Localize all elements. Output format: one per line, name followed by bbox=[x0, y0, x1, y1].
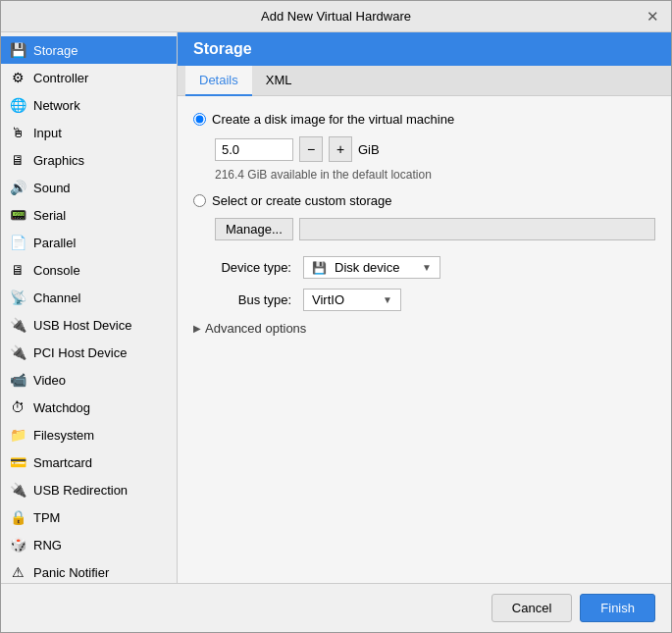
sidebar-item-storage[interactable]: 💾 Storage bbox=[1, 36, 177, 64]
filesystem-icon: 📁 bbox=[9, 426, 26, 444]
video-icon: 📹 bbox=[9, 371, 26, 389]
panic-notifier-icon: ⚠ bbox=[9, 563, 26, 581]
usb-host-device-icon: 🔌 bbox=[9, 316, 26, 334]
available-text: 216.4 GiB available in the default locat… bbox=[215, 168, 655, 182]
create-disk-label[interactable]: Create a disk image for the virtual mach… bbox=[212, 112, 454, 127]
pci-host-device-icon: 🔌 bbox=[9, 343, 26, 361]
watchdog-icon: ⏱ bbox=[9, 398, 26, 416]
tabs-bar: Details XML bbox=[178, 66, 671, 96]
sidebar-item-usb-host-device[interactable]: 🔌 USB Host Device bbox=[1, 311, 177, 339]
sidebar-item-pci-host-device[interactable]: 🔌 PCI Host Device bbox=[1, 339, 177, 366]
sidebar-item-label: Video bbox=[33, 373, 66, 388]
manage-button[interactable]: Manage... bbox=[215, 218, 293, 240]
sidebar-item-label: Channel bbox=[33, 290, 80, 305]
sidebar-item-controller[interactable]: ⚙ Controller bbox=[1, 64, 177, 91]
sidebar-item-video[interactable]: 📹 Video bbox=[1, 366, 177, 394]
sidebar-item-label: Serial bbox=[33, 208, 66, 223]
bus-type-dropdown[interactable]: VirtIO ▼ bbox=[303, 289, 401, 311]
sound-icon: 🔊 bbox=[9, 179, 26, 196]
rng-icon: 🎲 bbox=[9, 536, 26, 554]
bus-type-row: Bus type: VirtIO ▼ bbox=[193, 289, 655, 311]
disk-size-row: − + GiB bbox=[215, 136, 655, 162]
sidebar-item-label: Input bbox=[33, 126, 62, 140]
sidebar-item-label: Network bbox=[33, 98, 80, 113]
sidebar-item-tpm[interactable]: 🔒 TPM bbox=[1, 503, 177, 531]
tab-details[interactable]: Details bbox=[185, 66, 252, 96]
sidebar-item-rng[interactable]: 🎲 RNG bbox=[1, 531, 177, 558]
sidebar-item-label: Controller bbox=[33, 71, 88, 85]
channel-icon: 📡 bbox=[9, 289, 26, 306]
network-icon: 🌐 bbox=[9, 96, 26, 114]
close-button[interactable]: ✕ bbox=[644, 8, 661, 26]
tab-xml[interactable]: XML bbox=[252, 66, 306, 96]
sidebar-item-sound[interactable]: 🔊 Sound bbox=[1, 174, 177, 201]
sidebar-item-label: Filesystem bbox=[33, 428, 94, 443]
content-area: Create a disk image for the virtual mach… bbox=[178, 96, 671, 583]
custom-storage-radio[interactable] bbox=[193, 194, 206, 207]
disk-size-input[interactable] bbox=[215, 138, 293, 161]
custom-storage-label[interactable]: Select or create custom storage bbox=[212, 193, 392, 208]
sidebar-item-label: TPM bbox=[33, 510, 60, 525]
sidebar-item-label: USB Redirection bbox=[33, 483, 128, 498]
sidebar-item-watchdog[interactable]: ⏱ Watchdog bbox=[1, 394, 177, 421]
storage-icon: 💾 bbox=[9, 41, 26, 59]
sidebar-item-console[interactable]: 🖥 Console bbox=[1, 256, 177, 284]
sidebar-item-label: USB Host Device bbox=[33, 318, 131, 333]
manage-path-input[interactable] bbox=[299, 218, 655, 240]
sidebar-item-panic-notifier[interactable]: ⚠ Panic Notifier bbox=[1, 558, 177, 583]
usb-redirection-icon: 🔌 bbox=[9, 481, 26, 499]
titlebar: Add New Virtual Hardware ✕ bbox=[1, 1, 671, 32]
sidebar-item-label: Graphics bbox=[33, 153, 84, 168]
sidebar-item-input[interactable]: 🖱 Input bbox=[1, 119, 177, 146]
cancel-button[interactable]: Cancel bbox=[491, 594, 572, 622]
device-type-value: Disk device bbox=[335, 260, 399, 275]
bus-type-value: VirtIO bbox=[312, 292, 344, 307]
smartcard-icon: 💳 bbox=[9, 453, 26, 471]
disk-unit: GiB bbox=[358, 142, 380, 157]
controller-icon: ⚙ bbox=[9, 69, 26, 86]
create-disk-radio-row: Create a disk image for the virtual mach… bbox=[193, 112, 655, 127]
advanced-options-label: Advanced options bbox=[205, 321, 306, 336]
device-type-dropdown[interactable]: 💾 Disk device ▼ bbox=[303, 256, 440, 279]
sidebar-item-channel[interactable]: 📡 Channel bbox=[1, 284, 177, 311]
dialog-footer: Cancel Finish bbox=[1, 583, 671, 632]
sidebar-item-filesystem[interactable]: 📁 Filesystem bbox=[1, 421, 177, 448]
serial-icon: 📟 bbox=[9, 206, 26, 224]
device-type-row: Device type: 💾 Disk device ▼ bbox=[193, 256, 655, 279]
sidebar-item-smartcard[interactable]: 💳 Smartcard bbox=[1, 448, 177, 476]
sidebar-item-serial[interactable]: 📟 Serial bbox=[1, 201, 177, 229]
graphics-icon: 🖥 bbox=[9, 151, 26, 169]
dialog-body: 💾 Storage ⚙ Controller 🌐 Network 🖱 Input… bbox=[1, 32, 671, 583]
sidebar-item-usb-redirection[interactable]: 🔌 USB Redirection bbox=[1, 476, 177, 503]
sidebar-item-label: Storage bbox=[33, 43, 78, 58]
sidebar-item-graphics[interactable]: 🖥 Graphics bbox=[1, 146, 177, 174]
sidebar-item-label: Watchdog bbox=[33, 400, 90, 415]
finish-button[interactable]: Finish bbox=[580, 594, 655, 622]
decrement-button[interactable]: − bbox=[299, 136, 323, 162]
create-disk-radio[interactable] bbox=[193, 113, 206, 126]
sidebar: 💾 Storage ⚙ Controller 🌐 Network 🖱 Input… bbox=[1, 32, 178, 583]
device-type-label: Device type: bbox=[193, 260, 291, 275]
input-icon: 🖱 bbox=[9, 124, 26, 141]
sidebar-item-parallel[interactable]: 📄 Parallel bbox=[1, 229, 177, 256]
bus-type-label: Bus type: bbox=[193, 292, 291, 307]
advanced-options[interactable]: ▶ Advanced options bbox=[193, 321, 655, 336]
sidebar-item-label: Sound bbox=[33, 181, 71, 195]
section-header: Storage bbox=[178, 32, 671, 66]
console-icon: 🖥 bbox=[9, 261, 26, 279]
dialog: Add New Virtual Hardware ✕ 💾 Storage ⚙ C… bbox=[0, 0, 672, 633]
dialog-title: Add New Virtual Hardware bbox=[28, 9, 644, 24]
parallel-icon: 📄 bbox=[9, 234, 26, 251]
sidebar-item-label: RNG bbox=[33, 538, 62, 553]
bus-type-arrow-icon: ▼ bbox=[383, 294, 392, 305]
sidebar-item-label: PCI Host Device bbox=[33, 345, 127, 360]
advanced-options-arrow-icon: ▶ bbox=[193, 323, 201, 334]
increment-button[interactable]: + bbox=[329, 136, 352, 162]
sidebar-item-network[interactable]: 🌐 Network bbox=[1, 91, 177, 119]
custom-storage-radio-row: Select or create custom storage bbox=[193, 193, 655, 208]
sidebar-item-label: Parallel bbox=[33, 236, 76, 250]
tpm-icon: 🔒 bbox=[9, 508, 26, 526]
sidebar-item-label: Panic Notifier bbox=[33, 565, 109, 580]
manage-row: Manage... bbox=[215, 218, 655, 240]
sidebar-item-label: Console bbox=[33, 263, 80, 278]
